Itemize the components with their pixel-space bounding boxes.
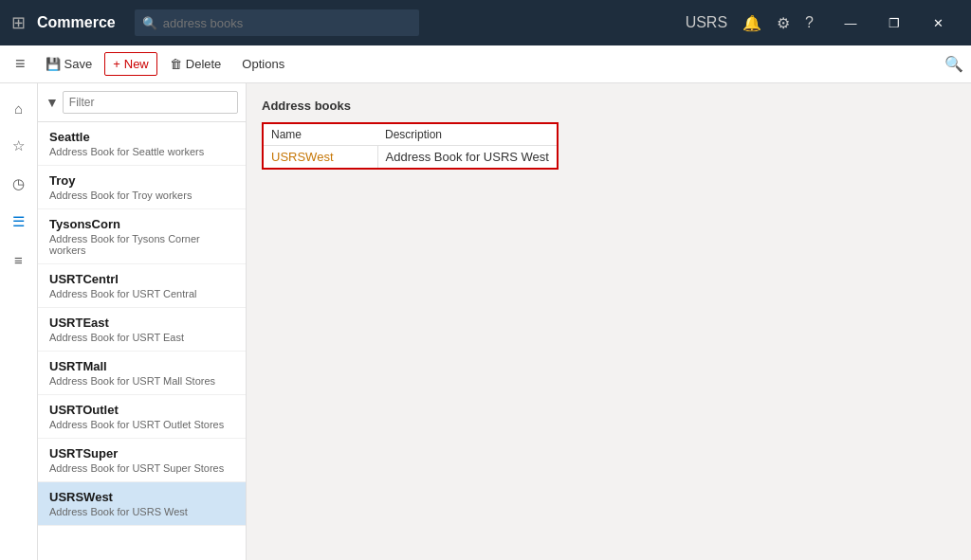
list-item-desc: Address Book for USRT Super Stores: [49, 462, 234, 474]
list-item-desc: Address Book for Troy workers: [49, 190, 234, 201]
main-layout: ⌂ ☆ ◷ ☰ ≡ ▼ Seattle Address Book for Sea…: [0, 83, 971, 560]
list-item-name: TysonsCorn: [49, 217, 234, 231]
filter-input[interactable]: [63, 91, 238, 114]
nav-home[interactable]: ⌂: [2, 91, 36, 125]
hamburger-button[interactable]: ≡: [8, 50, 33, 78]
new-icon: +: [113, 57, 120, 71]
section-title: Address books: [262, 99, 956, 113]
list-item-desc: Address Book for USRT East: [49, 332, 234, 343]
list-item[interactable]: USRSWest Address Book for USRS West: [38, 482, 246, 526]
options-label: Options: [242, 57, 284, 71]
address-books-table: Name Description USRSWest Address Book f…: [264, 124, 557, 168]
filter-icon: ▼: [46, 95, 59, 110]
list-item-desc: Address Book for USRT Central: [49, 288, 234, 299]
delete-icon: 🗑: [170, 57, 182, 71]
new-label: New: [124, 57, 149, 71]
toolbar-search-button[interactable]: 🔍: [944, 55, 963, 73]
table-cell-description: Address Book for USRS West: [377, 146, 557, 169]
nav-favorites[interactable]: ☆: [2, 129, 36, 163]
list-items: Seattle Address Book for Seattle workers…: [38, 122, 246, 560]
gear-icon[interactable]: ⚙: [777, 14, 790, 32]
delete-button[interactable]: 🗑 Delete: [161, 52, 230, 76]
nav-list1[interactable]: ☰: [2, 205, 36, 239]
list-item-desc: Address Book for USRT Mall Stores: [49, 375, 234, 387]
user-label: USRS: [686, 14, 727, 31]
list-item-name: USRSWest: [49, 490, 234, 504]
delete-label: Delete: [186, 57, 222, 71]
list-item-name: Troy: [49, 173, 234, 188]
list-item-name: USRTMall: [49, 359, 234, 373]
help-icon[interactable]: ?: [805, 14, 814, 31]
list-item-desc: Address Book for Tysons Corner workers: [49, 233, 234, 256]
title-bar-right: USRS 🔔 ⚙ ? — ❐ ✕: [686, 8, 960, 38]
close-button[interactable]: ✕: [916, 8, 960, 38]
icon-nav: ⌂ ☆ ◷ ☰ ≡: [0, 83, 38, 560]
list-item-name: USRTOutlet: [49, 403, 234, 417]
save-icon: 💾: [46, 57, 61, 71]
grid-icon[interactable]: ⊞: [11, 12, 26, 33]
list-item-desc: Address Book for USRT Outlet Stores: [49, 419, 234, 430]
list-item-name: USRTSuper: [49, 446, 234, 461]
nav-recent[interactable]: ◷: [2, 167, 36, 201]
save-label: Save: [64, 57, 93, 71]
table-row[interactable]: USRSWest Address Book for USRS West: [264, 146, 557, 169]
list-filter-bar: ▼: [38, 83, 246, 122]
title-search-input[interactable]: [163, 16, 391, 30]
new-button[interactable]: + New: [104, 52, 157, 76]
app-title: Commerce: [37, 14, 116, 31]
minimize-button[interactable]: —: [829, 8, 872, 38]
list-item[interactable]: Seattle Address Book for Seattle workers: [38, 122, 246, 166]
list-item-desc: Address Book for Seattle workers: [49, 146, 234, 157]
address-books-table-container: Name Description USRSWest Address Book f…: [262, 122, 559, 170]
list-item[interactable]: USRTMall Address Book for USRT Mall Stor…: [38, 352, 246, 395]
search-icon: 🔍: [142, 16, 157, 30]
col-description: Description: [377, 124, 557, 146]
nav-list2[interactable]: ≡: [2, 243, 36, 277]
list-item-name: USRTEast: [49, 316, 234, 330]
title-bar: ⊞ Commerce 🔍 USRS 🔔 ⚙ ? — ❐ ✕: [0, 0, 971, 45]
list-item[interactable]: USRTSuper Address Book for USRT Super St…: [38, 439, 246, 482]
list-item-desc: Address Book for USRS West: [49, 506, 234, 517]
col-name: Name: [264, 124, 377, 146]
title-search-box[interactable]: 🔍: [135, 9, 419, 36]
detail-panel: Address books Name Description USRSWest …: [247, 83, 971, 560]
list-item-name: USRTCentrl: [49, 272, 234, 286]
table-cell-name: USRSWest: [264, 146, 377, 169]
list-item[interactable]: TysonsCorn Address Book for Tysons Corne…: [38, 209, 246, 264]
list-item[interactable]: USRTCentrl Address Book for USRT Central: [38, 264, 246, 308]
maximize-button[interactable]: ❐: [872, 8, 916, 38]
list-item-name: Seattle: [49, 130, 234, 144]
list-item[interactable]: USRTEast Address Book for USRT East: [38, 308, 246, 352]
bell-icon[interactable]: 🔔: [742, 14, 761, 32]
list-item[interactable]: Troy Address Book for Troy workers: [38, 166, 246, 209]
save-button[interactable]: 💾 Save: [37, 52, 101, 76]
window-controls: — ❐ ✕: [829, 8, 960, 38]
list-item[interactable]: USRTOutlet Address Book for USRT Outlet …: [38, 395, 246, 439]
options-button[interactable]: Options: [233, 52, 293, 76]
list-panel: ▼ Seattle Address Book for Seattle worke…: [38, 83, 247, 560]
toolbar: ≡ 💾 Save + New 🗑 Delete Options 🔍: [0, 45, 971, 83]
